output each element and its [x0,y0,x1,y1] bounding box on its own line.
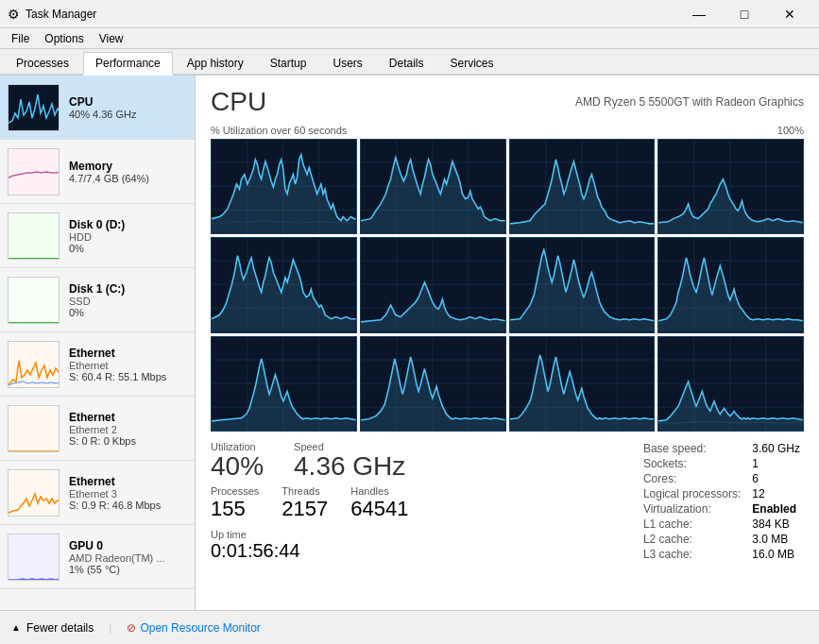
cpu-stat: 40% 4.36 GHz [69,109,187,120]
cpu-name: CPU [69,95,187,109]
cpu-graph-grid [211,139,804,432]
eth1-stat: S: 0 R: 0 Kbps [69,435,187,447]
cpu-cell-7 [509,237,656,332]
memory-thumb [8,148,60,195]
sidebar-item-memory[interactable]: Memory 4.7/7.4 GB (64%) [0,140,195,204]
disk1-name: Disk 1 (C:) [69,282,187,296]
l2-val: 3.0 MB [748,532,804,547]
disk0-stat: 0% [69,243,187,254]
speed-stat-value: 4.36 GHz [294,452,405,482]
threads-value: 2157 [282,497,328,521]
cores-val: 6 [748,471,804,486]
disk1-sub: SSD [69,296,187,307]
sidebar-item-gpu0[interactable]: GPU 0 AMD Radeon(TM) ... 1% (55 °C) [0,525,195,589]
footer: ▲ Fewer details | ⊘ Open Resource Monito… [0,610,819,644]
close-button[interactable]: ✕ [768,0,811,28]
title-bar: ⚙ Task Manager — □ ✕ [0,0,819,28]
tab-users[interactable]: Users [320,52,374,74]
processes-value: 155 [211,497,259,521]
uptime-value: 0:01:56:44 [211,540,409,562]
fewer-details-button[interactable]: ▲ Fewer details [11,621,94,635]
sidebar-item-eth0[interactable]: Ethernet Ethernet S: 60.4 R: 55.1 Mbps [0,332,195,397]
maximize-button[interactable]: □ [723,0,766,28]
tab-details[interactable]: Details [377,52,436,74]
specs-panel: Base speed: 3.60 GHz Sockets: 1 Cores: 6… [640,441,804,562]
menu-options[interactable]: Options [37,30,91,47]
l3-val: 16.0 MB [748,547,804,562]
utilization-stat: Utilization 40% [211,441,264,482]
memory-stat: 4.7/7.4 GB (64%) [69,173,187,184]
memory-name: Memory [69,160,187,173]
gpu0-thumb [8,534,60,581]
tab-app-history[interactable]: App history [175,52,256,74]
logical-val: 12 [748,486,804,501]
cpu-cell-8 [657,237,804,332]
eth0-name: Ethernet [69,347,187,360]
memory-info: Memory 4.7/7.4 GB (64%) [69,160,187,184]
disk1-stat: 0% [69,307,187,318]
cpu-cell-4 [657,139,804,234]
processes-stat: Processes 155 [211,485,259,521]
virt-val: Enabled [748,501,804,517]
sidebar-item-disk1[interactable]: Disk 1 (C:) SSD 0% [0,268,195,332]
tab-bar: Processes Performance App history Startu… [0,49,819,76]
l1-label: L1 cache: [640,517,748,532]
open-resource-monitor-link[interactable]: Open Resource Monitor [140,621,260,635]
eth0-sub: Ethernet [69,360,187,371]
utilization-label: % Utilization over 60 seconds [211,125,347,136]
disk1-thumb [8,277,60,324]
sidebar-item-cpu[interactable]: CPU 40% 4.36 GHz [0,76,195,140]
tab-processes[interactable]: Processes [4,52,81,74]
menu-bar: File Options View [0,28,819,49]
base-speed-label: Base speed: [640,441,748,456]
processes-label: Processes [211,485,259,497]
cpu-cell-2 [360,139,506,234]
sidebar-item-eth1[interactable]: Ethernet Ethernet 2 S: 0 R: 0 Kbps [0,397,195,461]
handles-stat: Handles 64541 [350,485,408,521]
eth2-name: Ethernet [69,475,187,488]
eth0-info: Ethernet Ethernet S: 60.4 R: 55.1 Mbps [69,347,187,382]
menu-file[interactable]: File [4,30,37,47]
sidebar-item-eth2[interactable]: Ethernet Ethernet 3 S: 0.9 R: 46.8 Mbps [0,461,195,525]
l2-label: L2 cache: [640,532,748,547]
sidebar: CPU 40% 4.36 GHz Memory 4.7/7.4 GB (64%) [0,76,196,610]
cpu-cell-3 [509,139,656,234]
disk0-name: Disk 0 (D:) [69,218,187,231]
main-layout: CPU 40% 4.36 GHz Memory 4.7/7.4 GB (64%) [0,76,819,610]
sockets-val: 1 [748,456,804,471]
app-icon: ⚙ [8,7,20,22]
tab-startup[interactable]: Startup [258,52,319,74]
minimize-button[interactable]: — [677,0,721,28]
eth2-stat: S: 0.9 R: 46.8 Mbps [69,500,187,511]
eth1-info: Ethernet Ethernet 2 S: 0 R: 0 Kbps [69,411,187,447]
disk0-thumb [8,212,60,260]
app-title: Task Manager [26,8,677,21]
chevron-up-icon: ▲ [11,622,21,633]
cpu-cell-1 [211,139,357,234]
tab-performance[interactable]: Performance [83,52,173,76]
gpu0-sub: AMD Radeon(TM) ... [69,552,187,564]
gpu0-name: GPU 0 [69,539,187,552]
eth2-info: Ethernet Ethernet 3 S: 0.9 R: 46.8 Mbps [69,475,187,511]
base-speed-val: 3.60 GHz [748,441,804,456]
specs-table: Base speed: 3.60 GHz Sockets: 1 Cores: 6… [640,441,804,562]
cpu-cell-11 [509,336,656,432]
disk0-sub: HDD [69,231,187,243]
cpu-thumb [8,84,60,131]
logical-label: Logical processors: [640,486,748,501]
cpu-cell-5 [211,237,357,332]
eth2-thumb [8,469,60,517]
cpu-model: AMD Ryzen 5 5500GT with Radeon Graphics [575,95,804,109]
cpu-cell-12 [657,336,804,432]
fewer-details-label: Fewer details [26,621,94,635]
sidebar-item-disk0[interactable]: Disk 0 (D:) HDD 0% [0,204,195,268]
disk1-info: Disk 1 (C:) SSD 0% [69,282,187,318]
handles-label: Handles [350,485,408,497]
menu-view[interactable]: View [92,30,131,47]
monitor-icon: ⊘ [127,621,136,635]
eth1-thumb [8,405,60,452]
content-panel: CPU AMD Ryzen 5 5500GT with Radeon Graph… [196,76,819,610]
tab-services[interactable]: Services [438,52,506,74]
eth2-sub: Ethernet 3 [69,488,187,500]
cpu-cell-9 [211,336,357,432]
